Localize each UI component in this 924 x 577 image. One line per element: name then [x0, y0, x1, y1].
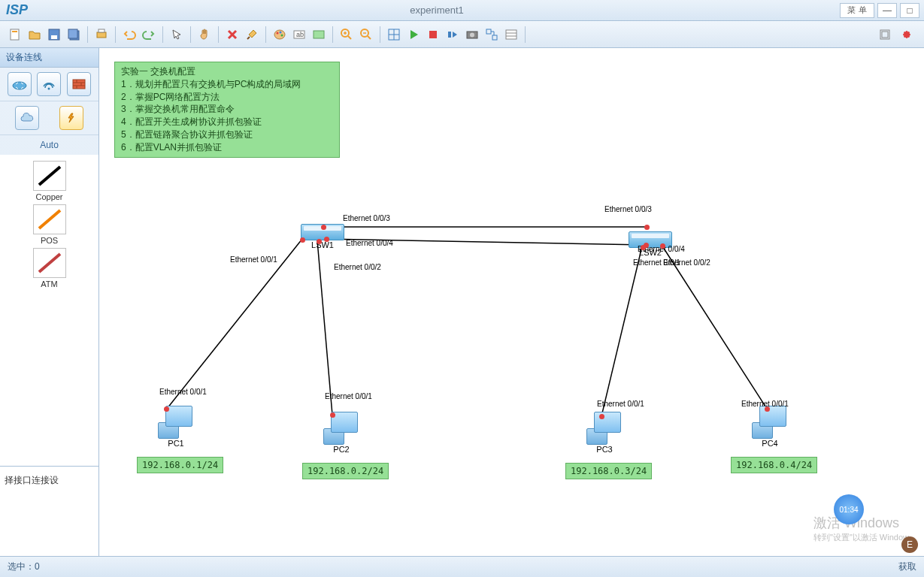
separator [525, 26, 526, 43]
svg-rect-7 [98, 29, 105, 32]
svg-rect-18 [429, 31, 437, 38]
sidebar-header: 设备连线 [0, 48, 98, 68]
port-dot [641, 245, 646, 250]
connection-category-icon[interactable] [59, 106, 83, 130]
stop-icon[interactable] [424, 26, 442, 44]
open-icon[interactable] [26, 26, 44, 44]
firewall-category-icon[interactable] [67, 72, 91, 96]
list-icon[interactable] [502, 26, 520, 44]
port-dot [765, 406, 770, 412]
port-label: Ethernet 0/0/1 [159, 388, 207, 396]
redo-icon[interactable] [140, 26, 158, 44]
ip-label-PC4: 192.168.0.4/24 [731, 457, 817, 473]
svg-line-42 [662, 245, 767, 409]
svg-rect-23 [492, 35, 497, 40]
ip-label-PC3: 192.168.0.3/24 [565, 463, 652, 479]
separator [87, 26, 88, 43]
svg-line-40 [317, 240, 332, 415]
ip-label-PC1: 192.168.0.1/24 [137, 457, 223, 473]
broom-icon[interactable] [243, 26, 261, 44]
palette-icon[interactable] [271, 26, 289, 44]
saveall-icon[interactable] [65, 26, 83, 44]
svg-rect-3 [51, 35, 57, 39]
timer-badge: 01:34 [834, 494, 864, 524]
window-title: experiment1 [34, 5, 840, 16]
svg-rect-1 [12, 31, 17, 32]
capture-icon[interactable] [463, 26, 481, 44]
svg-rect-19 [448, 32, 451, 38]
play-icon[interactable] [404, 26, 423, 44]
separator [190, 26, 191, 43]
svg-rect-6 [97, 32, 106, 38]
svg-rect-24 [506, 30, 517, 39]
cloud-category-icon[interactable] [15, 106, 39, 130]
port-dot [660, 243, 665, 249]
app-logo: ISP [0, 2, 34, 18]
svg-rect-33 [73, 80, 85, 89]
device-category-row-1 [0, 68, 98, 101]
status-right: 获取 [898, 560, 916, 573]
port-dot [324, 237, 329, 242]
pointer-icon[interactable] [168, 26, 186, 44]
menu-button[interactable]: 菜 单 [840, 3, 874, 18]
port-label: Ethernet 0/0/3 [604, 205, 652, 213]
pc-PC3[interactable]: PC3 [586, 412, 623, 454]
port-dot [644, 225, 650, 230]
svg-point-9 [277, 32, 279, 34]
new-icon[interactable] [6, 26, 24, 44]
wireless-category-icon[interactable] [37, 72, 61, 96]
separator [218, 26, 219, 43]
topology-canvas[interactable]: 实验一 交换机配置 1．规划并配置只有交换机与PC构成的局域网2．掌握PC网络配… [99, 48, 924, 556]
svg-rect-14 [314, 31, 324, 38]
cable-list: CopperPOSATM [0, 155, 98, 466]
text-icon[interactable]: ab [290, 26, 308, 44]
print-icon[interactable] [92, 26, 111, 44]
pc-PC2[interactable]: PC2 [323, 412, 359, 454]
cable-copper[interactable]: Copper [12, 161, 87, 201]
layers-icon[interactable] [876, 26, 894, 44]
port-dot [300, 237, 305, 243]
note-icon[interactable] [310, 26, 328, 44]
device-category-row-2 [0, 101, 98, 135]
port-label: Ethernet 0/0/2 [663, 258, 710, 267]
save-icon[interactable] [45, 26, 63, 44]
huawei-logo-icon [895, 26, 918, 43]
separator [380, 26, 380, 43]
svg-text:ab: ab [296, 31, 304, 38]
port-label: Ethernet 0/0/3 [343, 214, 390, 222]
sidebar-bottom-label: 择接口连接设 [0, 466, 98, 556]
taskbar-ime-icon[interactable]: E [901, 536, 918, 553]
title-buttons: 菜 单 — □ [840, 3, 924, 18]
auto-label: Auto [0, 135, 98, 155]
undo-icon[interactable] [120, 26, 138, 44]
sidebar: 设备连线 Auto CopperPOSATM 择接口连接设 [0, 48, 99, 556]
hand-icon[interactable] [195, 26, 214, 44]
svg-point-8 [274, 30, 285, 39]
svg-point-11 [281, 34, 283, 36]
zoom-in-icon[interactable] [338, 26, 356, 44]
cable-pos[interactable]: POS [12, 204, 87, 245]
ip-label-PC2: 192.168.0.2/24 [302, 463, 389, 479]
note-title: 实验一 交换机配置 [121, 65, 333, 78]
svg-point-21 [470, 32, 474, 37]
arrange-icon[interactable] [483, 26, 501, 44]
separator [265, 26, 266, 43]
svg-rect-5 [68, 29, 77, 38]
svg-point-32 [48, 88, 50, 90]
zoom-out-icon[interactable] [357, 26, 375, 44]
grid-icon[interactable] [385, 26, 403, 44]
maximize-button[interactable]: □ [900, 3, 919, 18]
pc-PC4[interactable]: PC4 [752, 406, 788, 448]
router-category-icon[interactable] [8, 72, 32, 96]
delete-icon[interactable] [223, 26, 241, 44]
cable-atm[interactable]: ATM [12, 248, 87, 288]
experiment-note[interactable]: 实验一 交换机配置 1．规划并配置只有交换机与PC构成的局域网2．掌握PC网络配… [114, 62, 340, 158]
step-icon[interactable] [444, 26, 462, 44]
minimize-button[interactable]: — [877, 3, 897, 18]
separator [115, 26, 116, 43]
port-label: Ethernet 0/0/2 [334, 263, 381, 271]
pc-PC1[interactable]: PC1 [158, 406, 194, 448]
port-label: Ethernet 0/0/1 [597, 400, 644, 408]
port-dot [321, 225, 326, 230]
note-lines: 1．规划并配置只有交换机与PC构成的局域网2．掌握PC网络配置方法3．掌握交换机… [121, 78, 333, 154]
